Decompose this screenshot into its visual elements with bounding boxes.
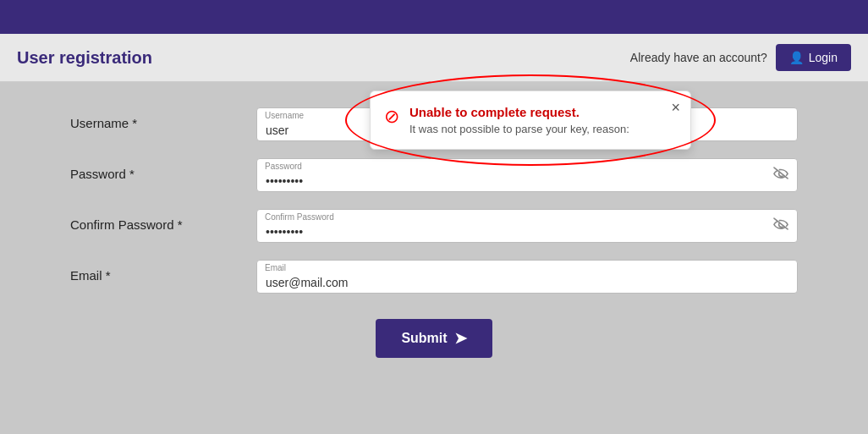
submit-label: Submit: [401, 331, 447, 346]
email-input[interactable]: [256, 260, 798, 294]
page-title: User registration: [17, 48, 152, 68]
alert-text-block: Unable to complete request. It was not p…: [409, 105, 629, 135]
confirm-password-field-wrapper: Confirm Password: [256, 209, 798, 243]
top-bar: [0, 0, 868, 34]
email-row: Email * Email: [70, 260, 798, 294]
email-field-wrapper: Email: [256, 260, 798, 294]
submit-button[interactable]: Submit ➤: [376, 319, 492, 358]
alert-close-button[interactable]: ×: [671, 100, 680, 115]
email-label: Email *: [70, 260, 256, 283]
alert-inner: ⊘ Unable to complete request. It was not…: [384, 105, 656, 135]
header: User registration Already have an accoun…: [0, 34, 868, 82]
password-row: Password * Password: [70, 158, 798, 192]
username-label: Username *: [70, 107, 256, 130]
arrow-icon: ➤: [454, 329, 467, 348]
confirm-password-eye-icon[interactable]: [772, 217, 789, 235]
error-alert: ⊘ Unable to complete request. It was not…: [370, 91, 691, 150]
confirm-password-input[interactable]: [256, 209, 798, 243]
already-account-text: Already have an account?: [630, 51, 767, 64]
password-input[interactable]: [256, 158, 798, 192]
alert-error-icon: ⊘: [384, 106, 399, 128]
password-eye-icon[interactable]: [772, 167, 789, 184]
password-label: Password *: [70, 158, 256, 181]
password-field-wrapper: Password: [256, 158, 798, 192]
submit-row: Submit ➤: [70, 319, 798, 358]
login-button[interactable]: 👤 Login: [776, 44, 851, 71]
confirm-password-label: Confirm Password *: [70, 209, 256, 232]
person-icon: 👤: [789, 51, 804, 64]
login-label: Login: [809, 51, 838, 64]
confirm-password-row: Confirm Password * Confirm Password: [70, 209, 798, 243]
alert-body: It was not possible to parse your key, r…: [409, 123, 629, 135]
header-right: Already have an account? 👤 Login: [630, 44, 851, 71]
main-content: ⊘ Unable to complete request. It was not…: [0, 82, 868, 434]
alert-title: Unable to complete request.: [409, 105, 629, 119]
